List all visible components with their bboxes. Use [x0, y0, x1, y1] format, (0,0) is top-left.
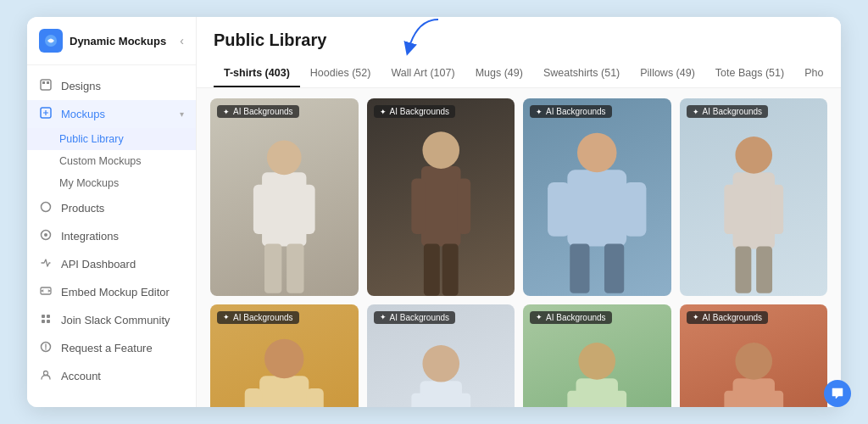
- svg-rect-60: [724, 390, 737, 407]
- sidebar-item-request[interactable]: Request a Feature: [27, 334, 196, 362]
- designs-icon: [39, 79, 53, 93]
- sidebar-item-integrations[interactable]: Integrations: [27, 222, 196, 250]
- svg-rect-3: [47, 81, 49, 84]
- ai-badge-7: AI Backgrounds: [530, 311, 612, 324]
- sidebar-item-slack[interactable]: Join Slack Community: [27, 306, 196, 334]
- svg-rect-22: [420, 166, 460, 247]
- svg-rect-21: [287, 244, 303, 293]
- sidebar-item-custom-mockups[interactable]: Custom Mockups: [27, 150, 196, 172]
- tab-wall-art[interactable]: Wall Art (107): [381, 60, 465, 87]
- request-label: Request a Feature: [61, 342, 153, 354]
- svg-point-7: [44, 233, 47, 237]
- tabs-bar: T-shirts (403) Hoodies (52) Wall Art (10…: [214, 60, 824, 87]
- svg-point-23: [422, 131, 459, 169]
- account-icon: [39, 369, 53, 383]
- slack-icon: [39, 313, 53, 327]
- sidebar-logo: Dynamic Mockups: [39, 29, 166, 53]
- svg-rect-25: [457, 179, 470, 234]
- tab-sweatshirts[interactable]: Sweatshirts (51): [533, 60, 630, 87]
- svg-rect-61: [771, 390, 783, 407]
- sidebar: Dynamic Mockups ‹ Designs Mockups ▾: [27, 17, 197, 407]
- svg-rect-27: [442, 244, 458, 296]
- svg-rect-39: [756, 246, 772, 293]
- ai-badge-1: AI Backgrounds: [217, 105, 299, 118]
- svg-rect-36: [724, 185, 737, 234]
- svg-rect-24: [411, 179, 425, 234]
- request-icon: [39, 341, 53, 355]
- svg-rect-31: [624, 182, 646, 237]
- logo-icon: [39, 29, 63, 53]
- svg-rect-46: [420, 381, 461, 407]
- svg-rect-18: [253, 185, 268, 234]
- sidebar-nav: Designs Mockups ▾ Public Library Custom …: [27, 65, 196, 407]
- products-label: Products: [61, 202, 104, 215]
- svg-point-41: [264, 338, 304, 378]
- grid-item-4[interactable]: AI Backgrounds: [680, 98, 828, 296]
- ai-badge-8: AI Backgrounds: [687, 311, 769, 324]
- designs-label: Designs: [61, 80, 101, 92]
- svg-rect-58: [732, 378, 774, 407]
- ai-badge-2: AI Backgrounds: [374, 105, 456, 118]
- svg-rect-40: [259, 376, 309, 407]
- ai-badge-4: AI Backgrounds: [687, 105, 769, 118]
- grid-item-7[interactable]: AI Backgrounds: [523, 304, 671, 407]
- tab-mugs[interactable]: Mugs (49): [465, 60, 533, 87]
- tab-hoodies[interactable]: Hoodies (52): [300, 60, 381, 87]
- sidebar-item-my-mockups[interactable]: My Mockups: [27, 172, 196, 194]
- sidebar-item-designs[interactable]: Designs: [27, 72, 196, 100]
- svg-rect-9: [42, 315, 45, 318]
- svg-rect-49: [458, 393, 470, 407]
- svg-rect-12: [47, 320, 50, 323]
- svg-rect-26: [423, 244, 439, 296]
- svg-rect-37: [771, 185, 783, 234]
- tab-pillows[interactable]: Pillows (49): [630, 60, 705, 87]
- grid-item-5[interactable]: AI Backgrounds: [210, 304, 359, 407]
- svg-rect-10: [47, 315, 50, 318]
- sidebar-item-products[interactable]: Products: [27, 194, 196, 222]
- grid-item-2[interactable]: AI Backgrounds: [367, 98, 515, 296]
- grid-item-3[interactable]: AI Backgrounds: [523, 98, 671, 296]
- products-icon: [39, 201, 53, 215]
- grid-item-6[interactable]: AI Backgrounds: [367, 304, 515, 407]
- sidebar-item-embed-mockup[interactable]: Embed Mockup Editor: [27, 278, 196, 306]
- svg-rect-34: [732, 172, 774, 248]
- svg-rect-28: [567, 170, 626, 246]
- image-grid: AI Backgrounds AI Backgrounds: [210, 98, 827, 407]
- main-header: Public Library T-shirts (403) Hoodies (5…: [197, 17, 841, 88]
- svg-rect-42: [245, 388, 262, 407]
- main-content: Public Library T-shirts (403) Hoodies (5…: [197, 17, 841, 407]
- my-mockups-label: My Mockups: [59, 177, 119, 189]
- svg-rect-48: [411, 393, 424, 407]
- tab-tshirts[interactable]: T-shirts (403): [214, 60, 300, 87]
- svg-point-5: [42, 203, 51, 212]
- sidebar-item-mockups[interactable]: Mockups ▾: [27, 100, 196, 128]
- tab-tote-bags[interactable]: Tote Bags (51): [705, 60, 794, 87]
- svg-point-59: [735, 343, 772, 380]
- sidebar-item-account[interactable]: Account: [27, 362, 196, 390]
- svg-rect-16: [262, 172, 306, 246]
- mockups-chevron-icon: ▾: [180, 109, 184, 119]
- sidebar-item-public-library[interactable]: Public Library: [27, 128, 196, 150]
- slack-label: Join Slack Community: [61, 314, 170, 326]
- app-window: Dynamic Mockups ‹ Designs Mockups ▾: [27, 17, 841, 407]
- api-dashboard-label: API Dashboard: [61, 258, 136, 271]
- embed-mockup-label: Embed Mockup Editor: [61, 286, 170, 298]
- svg-rect-38: [735, 246, 751, 293]
- page-title: Public Library: [214, 31, 824, 50]
- sidebar-item-api-dashboard[interactable]: API Dashboard: [27, 250, 196, 278]
- svg-point-35: [735, 137, 772, 174]
- svg-rect-55: [615, 390, 627, 407]
- svg-point-47: [422, 345, 459, 382]
- tab-phone-cases[interactable]: Phone Cases (49): [794, 60, 824, 87]
- content-grid: AI Backgrounds AI Backgrounds: [197, 88, 841, 407]
- mockups-subnav: Public Library Custom Mockups My Mockups: [27, 128, 196, 194]
- collapse-button[interactable]: ‹: [180, 34, 184, 47]
- api-icon: [39, 257, 53, 271]
- svg-point-14: [44, 371, 48, 376]
- svg-rect-20: [264, 244, 281, 293]
- svg-rect-11: [42, 320, 45, 323]
- public-library-label: Public Library: [59, 133, 124, 145]
- grid-item-1[interactable]: AI Backgrounds: [210, 98, 359, 296]
- grid-item-8[interactable]: AI Backgrounds: [680, 304, 828, 407]
- app-name: Dynamic Mockups: [70, 35, 166, 47]
